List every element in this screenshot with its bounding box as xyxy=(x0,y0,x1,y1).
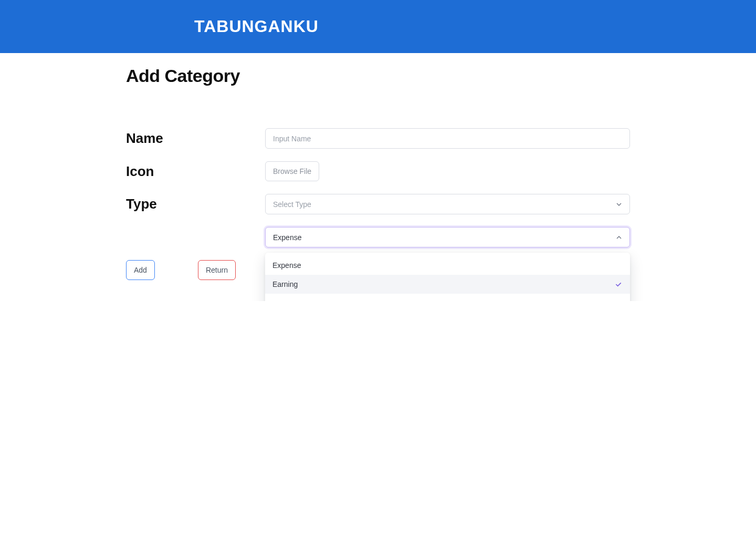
form-row-type: Type Select Type xyxy=(126,194,630,214)
type-select-placeholder: Select Type xyxy=(273,200,311,209)
type-label: Type xyxy=(126,196,265,212)
app-title: TABUNGANKU xyxy=(194,17,630,36)
name-label: Name xyxy=(126,130,265,147)
type-select-wrapper: Select Type xyxy=(265,194,630,214)
dropdown-option-earning-label: Earning xyxy=(272,280,298,288)
type-open-select[interactable]: Expense xyxy=(265,227,630,247)
name-control xyxy=(265,128,630,149)
main-container: Add Category Name Icon Browse File Type … xyxy=(126,53,630,301)
browse-file-button[interactable]: Browse File xyxy=(265,161,319,181)
add-button[interactable]: Add xyxy=(126,260,155,280)
icon-label: Icon xyxy=(126,163,265,180)
header-inner: TABUNGANKU xyxy=(126,17,630,36)
form-row-icon: Icon Browse File xyxy=(126,161,630,181)
check-icon xyxy=(614,280,623,288)
name-input[interactable] xyxy=(265,128,630,149)
type-select[interactable]: Select Type xyxy=(265,194,630,214)
type-dropdown-panel: Expense Earning xyxy=(265,253,630,301)
return-button[interactable]: Return xyxy=(198,260,236,280)
form-row-name: Name xyxy=(126,128,630,149)
dropdown-spacer xyxy=(126,227,265,247)
form-row-type-dropdown: Expense Expense Earning xyxy=(126,227,630,247)
icon-control: Browse File xyxy=(265,161,630,181)
type-open-selected: Expense xyxy=(273,233,301,242)
dropdown-option-earning[interactable]: Earning xyxy=(265,275,630,294)
dropdown-option-expense[interactable]: Expense xyxy=(265,256,630,275)
app-header: TABUNGANKU xyxy=(0,0,756,53)
page-title: Add Category xyxy=(126,66,630,86)
type-control: Select Type xyxy=(265,194,630,214)
dropdown-area: Expense Expense Earning xyxy=(265,227,630,247)
dropdown-option-expense-label: Expense xyxy=(272,261,301,270)
chevron-down-icon xyxy=(615,200,623,209)
type-open-select-wrapper: Expense Expense Earning xyxy=(265,227,630,247)
chevron-up-icon xyxy=(615,233,623,242)
